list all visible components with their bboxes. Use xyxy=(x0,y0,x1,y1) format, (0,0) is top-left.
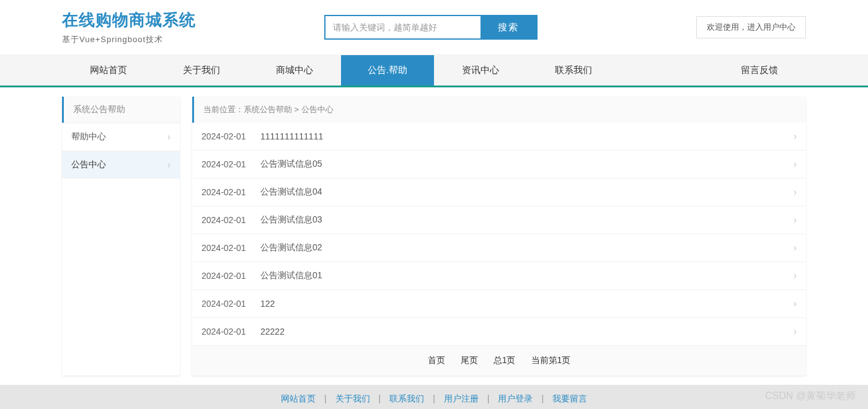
chevron-right-icon: › xyxy=(794,187,797,198)
list-item[interactable]: 2024-02-01公告测试信息05› xyxy=(192,151,806,178)
page-last[interactable]: 尾页 xyxy=(461,355,478,366)
list-title: 22222 xyxy=(260,327,794,336)
list-title: 公告测试信息03 xyxy=(260,214,794,226)
chevron-right-icon: › xyxy=(794,242,797,253)
main-content: 当前位置：系统公告帮助 > 公告中心 2024-02-0111111111111… xyxy=(192,97,806,376)
list-title: 公告测试信息05 xyxy=(260,159,794,170)
list-title: 公告测试信息02 xyxy=(260,242,794,253)
list-date: 2024-02-01 xyxy=(202,327,260,336)
list-date: 2024-02-01 xyxy=(202,299,260,309)
main-container: 系统公告帮助 帮助中心›公告中心› 当前位置：系统公告帮助 > 公告中心 202… xyxy=(0,87,868,385)
list-item[interactable]: 2024-02-01公告测试信息04› xyxy=(192,178,806,206)
footer-links: 网站首页|关于我们|联系我们|用户注册|用户登录|我要留言 xyxy=(0,394,868,405)
nav-item[interactable]: 网站首页 xyxy=(62,55,155,86)
list-item[interactable]: 2024-02-01公告测试信息03› xyxy=(192,206,806,234)
footer-link[interactable]: 联系我们 xyxy=(381,394,433,405)
sidebar-header: 系统公告帮助 xyxy=(62,97,180,123)
list-title: 公告测试信息01 xyxy=(260,270,794,281)
page-total: 总1页 xyxy=(494,355,516,366)
nav-item[interactable]: 资讯中心 xyxy=(434,55,527,86)
header: 在线购物商城系统 基于Vue+Springboot技术 搜索 欢迎使用，进入用户… xyxy=(0,0,868,55)
page-first[interactable]: 首页 xyxy=(428,355,445,366)
nav-item[interactable]: 关于我们 xyxy=(155,55,248,86)
breadcrumb: 当前位置：系统公告帮助 > 公告中心 xyxy=(192,97,806,123)
search-box: 搜索 xyxy=(324,15,538,40)
chevron-right-icon: › xyxy=(794,270,797,281)
sidebar: 系统公告帮助 帮助中心›公告中心› xyxy=(62,97,180,376)
search-area: 搜索 xyxy=(165,15,696,40)
list-title: 122 xyxy=(260,299,794,309)
list-item[interactable]: 2024-02-011111111111111› xyxy=(192,123,806,151)
main-nav: 网站首页关于我们商城中心公告.帮助资讯中心联系我们留言反馈 xyxy=(0,55,868,86)
nav-item[interactable]: 公告.帮助 xyxy=(341,55,434,86)
footer-link[interactable]: 网站首页 xyxy=(272,394,324,405)
chevron-right-icon: › xyxy=(794,159,797,170)
watermark: CSDN @黄菊华老师 xyxy=(765,390,856,403)
footer-link[interactable]: 用户注册 xyxy=(435,394,487,405)
user-center-link[interactable]: 欢迎使用，进入用户中心 xyxy=(696,16,806,38)
page-current: 当前第1页 xyxy=(531,355,571,366)
list-item[interactable]: 2024-02-01公告测试信息02› xyxy=(192,234,806,262)
list-item[interactable]: 2024-02-01122› xyxy=(192,290,806,318)
list-date: 2024-02-01 xyxy=(202,159,260,169)
list-date: 2024-02-01 xyxy=(202,271,260,281)
chevron-right-icon: › xyxy=(794,214,797,226)
list-date: 2024-02-01 xyxy=(202,187,260,197)
list-title: 公告测试信息04 xyxy=(260,187,794,198)
chevron-right-icon: › xyxy=(794,298,797,309)
list-item[interactable]: 2024-02-0122222› xyxy=(192,318,806,346)
search-button[interactable]: 搜索 xyxy=(480,16,536,38)
list-item[interactable]: 2024-02-01公告测试信息01› xyxy=(192,262,806,290)
footer-link[interactable]: 关于我们 xyxy=(327,394,379,405)
pagination: 首页 尾页 总1页 当前第1页 xyxy=(192,346,806,376)
list-title: 1111111111111 xyxy=(260,131,794,141)
search-input[interactable] xyxy=(326,16,480,38)
chevron-right-icon: › xyxy=(794,326,797,337)
footer: 网站首页|关于我们|联系我们|用户注册|用户登录|我要留言 xyxy=(0,385,868,409)
nav-item[interactable]: 商城中心 xyxy=(248,55,341,86)
chevron-right-icon: › xyxy=(167,159,170,170)
footer-link[interactable]: 我要留言 xyxy=(544,394,596,405)
sidebar-item-label: 公告中心 xyxy=(71,159,106,170)
sidebar-item[interactable]: 帮助中心› xyxy=(62,123,180,151)
list-date: 2024-02-01 xyxy=(202,131,260,141)
chevron-right-icon: › xyxy=(794,131,797,142)
chevron-right-icon: › xyxy=(167,131,170,143)
sidebar-item-label: 帮助中心 xyxy=(71,131,106,143)
nav-item[interactable]: 联系我们 xyxy=(527,55,620,86)
list-date: 2024-02-01 xyxy=(202,243,260,253)
footer-link[interactable]: 用户登录 xyxy=(489,394,541,405)
list-date: 2024-02-01 xyxy=(202,215,260,225)
sidebar-item[interactable]: 公告中心› xyxy=(62,151,180,178)
nav-feedback[interactable]: 留言反馈 xyxy=(713,55,806,86)
